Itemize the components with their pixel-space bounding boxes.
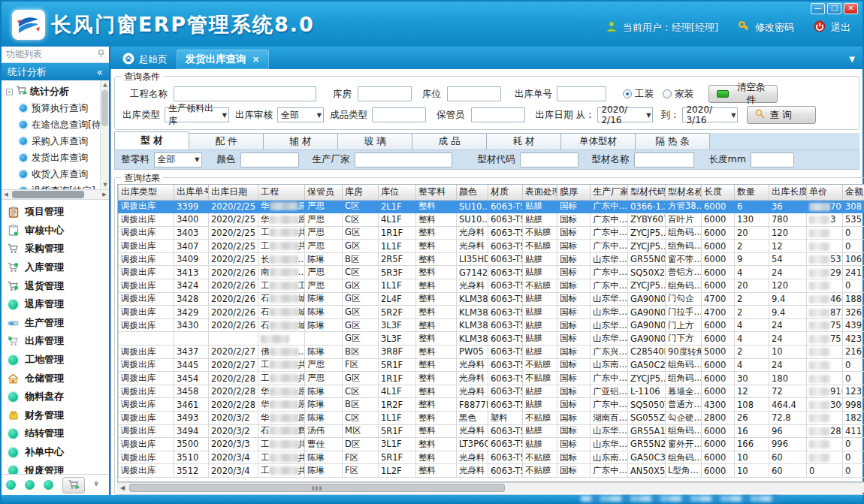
sidebar-item-12[interactable]: 财务管理 — [8, 406, 109, 425]
green-dot-icon[interactable] — [6, 480, 16, 490]
scroll-down-icon[interactable]: ▼ — [101, 180, 109, 189]
column-header[interactable]: 出库类型 — [119, 185, 174, 200]
column-header[interactable]: 出库长度 — [769, 185, 807, 200]
date-to-select[interactable]: 2020/ 3/16▼ — [682, 107, 738, 122]
column-header[interactable]: 长度 — [702, 185, 735, 200]
section-header-statistics[interactable]: 统计分析 « — [2, 63, 109, 80]
tree-item-1[interactable]: 预算执行查询 — [6, 100, 107, 116]
sidebar-item-8[interactable]: 出库管理 — [8, 332, 109, 351]
table-row[interactable]: 调拨出库34292020/2/26石城陈琳G区5R2F整料KLM38176063… — [119, 306, 864, 319]
sidebar-item-14[interactable]: 补单中心 — [8, 443, 109, 462]
column-header[interactable]: 库房 — [343, 185, 379, 200]
table-row[interactable]: 调拨出库34942020/3/2石辉城汤伟M区5R1F整料光身料6063-T5贴… — [119, 424, 864, 438]
tab-overflow-icon[interactable]: ▼ — [849, 55, 855, 63]
column-header[interactable]: 库位 — [379, 185, 416, 200]
tab-close-icon[interactable]: × — [252, 54, 260, 65]
keeper-input[interactable] — [471, 107, 525, 122]
sidebar-item-1[interactable]: 项目管理 — [8, 203, 109, 222]
table-row[interactable]: 调拨出库34282020/2/26石城陈琳G区2L4F整料KLM38176063… — [119, 292, 864, 306]
sidebar-item-3[interactable]: 采购管理 — [8, 240, 109, 258]
location-input[interactable] — [447, 86, 501, 101]
scroll-left-icon[interactable]: ◀ — [117, 483, 128, 493]
table-row[interactable]: 调拨出库34582020/2/28华原…陈琳C区4L1F整料光身料6063-T5… — [119, 385, 864, 398]
column-header[interactable]: 单价 — [807, 185, 843, 200]
scroll-up-icon[interactable]: ▲ — [101, 80, 109, 89]
radio-home[interactable]: 家装 — [663, 88, 693, 101]
table-row[interactable]: 调拨出库34302020/2/26石城陈琳G区3L3F整料KLM38176063… — [119, 318, 864, 332]
tree-item-4[interactable]: 发货出库查询 — [6, 149, 107, 166]
collapse-icon[interactable]: « — [96, 66, 103, 78]
sidebar-item-7[interactable]: 生产管理 — [8, 314, 109, 333]
table-row[interactable]: 调拨出库34002020/2/25华原…严思C区4L1F整料SU10…6063-… — [119, 213, 864, 227]
column-header[interactable]: 整零料 — [416, 185, 457, 200]
table-row[interactable]: 调拨出库35002020/3/3工共工程曹佳D区3L1F整料LT3P606063… — [119, 438, 864, 451]
profile-name-input[interactable] — [634, 152, 694, 167]
clear-conditions-button[interactable]: 清空条件 — [708, 85, 778, 103]
project-name-input[interactable] — [174, 86, 316, 101]
table-row[interactable]: 调拨出库35122020/3/4工共工程陈琳F区1L2F整料光身料6063-T5… — [119, 464, 864, 478]
tree-item-3[interactable]: 采购入库查询 — [6, 133, 107, 149]
whole-piece-select[interactable]: 全部▼ — [154, 152, 202, 167]
table-row[interactable]: 调拨出库33992020/2/25华原…严思C区2L1F整料SU10…6063-… — [119, 200, 864, 213]
tab-shipment-query[interactable]: 发货出库查询 × — [177, 50, 269, 69]
material-tab-2[interactable]: 配 件 — [189, 133, 264, 149]
scroll-right-icon[interactable]: ▶ — [100, 190, 109, 199]
grid-hscrollbar[interactable]: ◀ ▮▮▮ ▶ — [117, 482, 864, 493]
material-tab-3[interactable]: 辅 材 — [263, 133, 338, 149]
sidebar-item-13[interactable]: 结转管理 — [8, 424, 109, 443]
date-from-select[interactable]: 2020/ 2/16▼ — [597, 107, 653, 122]
manufacturer-input[interactable] — [355, 152, 452, 167]
column-header[interactable]: 颜色 — [457, 185, 488, 200]
cart-button[interactable] — [62, 477, 85, 493]
radio-industrial[interactable]: 工装 — [623, 88, 654, 101]
table-row[interactable]: 调拨出库34612020/2/28华原…陈琳B区1R2F整料F8877FT606… — [119, 398, 864, 412]
sidebar-item-2[interactable]: 审核中心 — [8, 222, 109, 240]
material-tab-7[interactable]: 单体型材 — [560, 133, 636, 149]
material-tab-8[interactable]: 隔 热 条 — [635, 133, 710, 149]
sidebar-item-11[interactable]: 物料盘存 — [8, 388, 109, 406]
tree-scrollbar[interactable]: ▲ ▼ — [100, 80, 109, 189]
column-header[interactable]: 膜厚 — [557, 185, 591, 200]
table-row[interactable]: 调拨出库34932020/3/2华原…陈琳C区1L1F整料黑色塑料不贴膜国标湖南… — [119, 412, 864, 425]
sidebar-item-5[interactable]: 退货管理 — [8, 276, 109, 295]
table-row[interactable]: 调拨出库34242020/2/26工工程严思G区1L1F整料光身料6063-T5… — [119, 279, 864, 293]
table-row[interactable]: 调拨出库35102020/3/4工共工程陈琳F区5R1F整料光身料6063-T5… — [119, 451, 864, 464]
table-row[interactable]: 调拨出库34032020/2/25工共工程严思G区1R1F整料光身料6063-T… — [119, 226, 864, 240]
scroll-thumb[interactable]: ▮▮▮ — [129, 484, 505, 492]
column-header[interactable]: 型材名称 — [666, 185, 702, 200]
column-header[interactable]: 保管员 — [305, 185, 343, 200]
column-header[interactable]: 工程 — [258, 185, 305, 200]
column-header[interactable]: 出库单号 — [174, 185, 209, 200]
tree-item-6[interactable]: 退货查询[待定] — [6, 183, 107, 190]
product-type-input[interactable] — [372, 107, 426, 122]
search-button[interactable]: 查 询 — [747, 106, 816, 124]
table-row[interactable]: 调拨出库34542020/2/28工共工程严思G区1R1F整料光身料6063-T… — [119, 372, 864, 385]
column-header[interactable]: 表面处理 — [523, 185, 557, 200]
column-header[interactable]: 数量 — [735, 185, 769, 200]
audit-select[interactable]: 全部▼ — [277, 107, 324, 122]
sidebar-item-4[interactable]: 入库管理 — [8, 258, 109, 277]
sidebar-item-9[interactable]: 工地管理 — [8, 351, 109, 370]
order-no-input[interactable] — [557, 86, 606, 101]
outbound-type-select[interactable]: 生产领料出库▼ — [165, 107, 229, 122]
table-row[interactable]: 调拨出库34372020/2/27佛…陈琳B区3R8F整料PW056063-T5… — [119, 346, 864, 359]
column-header[interactable]: 材质 — [488, 185, 523, 200]
table-row[interactable]: 调拨出库34452020/2/27工共工程严思F区5R1F整料光身料6063-T… — [119, 358, 864, 372]
tree-root[interactable]: - 统计分析 — [6, 83, 107, 100]
tree-expander-icon[interactable]: - — [6, 89, 13, 95]
color-input[interactable] — [240, 152, 299, 167]
column-header[interactable]: 出库日期 — [209, 185, 258, 200]
profile-code-input[interactable] — [520, 152, 579, 167]
change-password-link[interactable]: 修改密码 — [755, 21, 794, 35]
material-tab-5[interactable]: 成 品 — [412, 133, 487, 149]
green-dot-icon[interactable] — [25, 480, 35, 490]
sidebar-hscrollbar[interactable]: ◀ ▶ — [2, 190, 109, 200]
length-input[interactable] — [751, 152, 794, 167]
tree-item-5[interactable]: 收货入库查询 — [6, 166, 107, 183]
column-header[interactable]: 金额 — [843, 185, 864, 200]
sidebar-item-10[interactable]: 仓储管理 — [8, 369, 109, 388]
table-row[interactable]: 调拨出库34072020/2/25工共工程严思G区1L1F整料光身料6063-T… — [119, 240, 864, 253]
table-row[interactable]: 调拨出库34132020/2/26南…严思C区5R3F整料G714226063-… — [119, 266, 864, 279]
warehouse-input[interactable] — [358, 86, 412, 101]
column-header[interactable]: 型材代码 — [628, 185, 666, 200]
